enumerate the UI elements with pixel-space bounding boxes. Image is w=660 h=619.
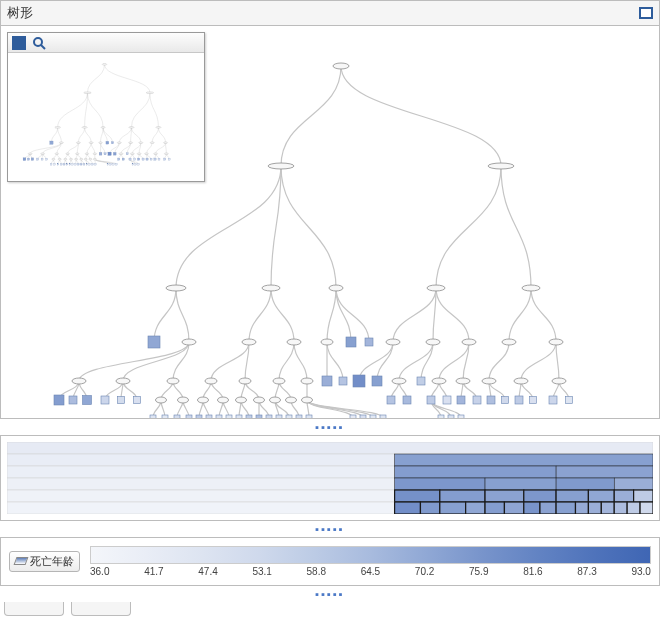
svg-point-4 bbox=[146, 92, 153, 94]
svg-rect-187 bbox=[556, 478, 614, 490]
svg-rect-56 bbox=[122, 158, 124, 160]
svg-rect-57 bbox=[129, 158, 131, 160]
svg-point-99 bbox=[182, 339, 196, 345]
svg-rect-71 bbox=[63, 163, 65, 165]
svg-rect-72 bbox=[66, 163, 68, 165]
overview-panel[interactable] bbox=[7, 32, 205, 182]
svg-point-95 bbox=[329, 285, 343, 291]
svg-rect-194 bbox=[556, 490, 588, 502]
svg-rect-184 bbox=[7, 478, 395, 490]
svg-rect-118 bbox=[339, 377, 347, 385]
svg-point-109 bbox=[549, 339, 563, 345]
svg-point-50 bbox=[75, 158, 78, 160]
svg-point-115 bbox=[273, 378, 285, 384]
svg-rect-188 bbox=[614, 478, 653, 490]
svg-point-23 bbox=[41, 153, 45, 155]
svg-point-107 bbox=[462, 339, 476, 345]
bottom-tabs bbox=[0, 602, 660, 619]
svg-rect-203 bbox=[485, 502, 504, 514]
maximize-icon[interactable] bbox=[639, 7, 653, 19]
splitter-1[interactable]: ▪▪▪▪▪ bbox=[0, 419, 660, 435]
svg-rect-186 bbox=[485, 478, 556, 490]
svg-rect-179 bbox=[7, 454, 395, 466]
svg-rect-40 bbox=[23, 158, 26, 161]
svg-point-124 bbox=[456, 378, 470, 384]
svg-rect-169 bbox=[296, 415, 302, 419]
fit-window-icon[interactable] bbox=[12, 36, 26, 50]
splitter-2[interactable]: ▪▪▪▪▪ bbox=[0, 521, 660, 537]
svg-rect-174 bbox=[380, 415, 386, 419]
svg-rect-80 bbox=[89, 163, 91, 165]
svg-point-46 bbox=[52, 158, 55, 160]
svg-point-21 bbox=[164, 142, 168, 144]
svg-point-3 bbox=[84, 92, 91, 94]
svg-rect-86 bbox=[116, 163, 118, 165]
svg-rect-160 bbox=[206, 415, 212, 419]
svg-rect-195 bbox=[588, 490, 614, 502]
svg-point-8 bbox=[129, 127, 134, 129]
svg-rect-16 bbox=[111, 142, 113, 144]
svg-rect-75 bbox=[75, 163, 77, 165]
svg-point-5 bbox=[55, 127, 61, 129]
zoom-icon[interactable] bbox=[32, 36, 46, 50]
svg-point-94 bbox=[262, 285, 280, 291]
svg-rect-191 bbox=[440, 490, 485, 502]
overview-toolbar bbox=[8, 33, 204, 53]
svg-point-49 bbox=[69, 158, 72, 160]
svg-rect-120 bbox=[372, 376, 382, 386]
svg-point-48 bbox=[64, 158, 67, 160]
eraser-icon bbox=[14, 557, 29, 565]
svg-point-11 bbox=[59, 142, 63, 144]
svg-rect-34 bbox=[126, 153, 128, 155]
svg-rect-44 bbox=[41, 158, 43, 160]
tab-1[interactable] bbox=[4, 602, 64, 616]
svg-point-111 bbox=[116, 378, 130, 384]
svg-point-91 bbox=[268, 163, 294, 169]
tree-viewer[interactable] bbox=[0, 26, 660, 419]
svg-rect-133 bbox=[134, 397, 141, 404]
svg-rect-42 bbox=[31, 158, 34, 161]
tick: 41.7 bbox=[144, 566, 163, 577]
svg-rect-32 bbox=[113, 152, 116, 155]
svg-rect-149 bbox=[487, 396, 495, 404]
svg-line-1 bbox=[41, 45, 45, 49]
color-gradient[interactable] bbox=[90, 546, 651, 564]
svg-rect-172 bbox=[360, 415, 366, 419]
svg-point-39 bbox=[164, 153, 168, 155]
svg-rect-144 bbox=[403, 396, 411, 404]
colorbar: 36.041.747.453.158.864.570.275.981.687.3… bbox=[90, 546, 651, 577]
svg-point-51 bbox=[80, 158, 83, 160]
svg-point-13 bbox=[89, 142, 93, 144]
svg-rect-154 bbox=[566, 397, 573, 404]
legend-variable-button[interactable]: 死亡年龄 bbox=[9, 551, 80, 572]
svg-point-7 bbox=[101, 127, 105, 129]
svg-rect-157 bbox=[174, 415, 180, 419]
svg-rect-146 bbox=[443, 396, 451, 404]
svg-rect-148 bbox=[473, 396, 481, 404]
svg-point-27 bbox=[85, 153, 88, 155]
svg-point-52 bbox=[84, 158, 87, 160]
svg-rect-55 bbox=[118, 158, 120, 160]
svg-rect-129 bbox=[69, 396, 77, 404]
splitter-3[interactable]: ▪▪▪▪▪ bbox=[0, 586, 660, 602]
svg-rect-167 bbox=[276, 415, 282, 419]
svg-point-17 bbox=[117, 142, 121, 144]
tick: 36.0 bbox=[90, 566, 109, 577]
svg-rect-130 bbox=[83, 396, 92, 405]
icicle-chart[interactable] bbox=[0, 435, 660, 521]
svg-rect-166 bbox=[266, 415, 272, 419]
svg-rect-98 bbox=[148, 336, 160, 348]
svg-rect-60 bbox=[142, 158, 144, 160]
svg-rect-181 bbox=[7, 466, 395, 478]
svg-point-96 bbox=[427, 285, 445, 291]
svg-rect-61 bbox=[146, 158, 148, 160]
tab-2[interactable] bbox=[71, 602, 131, 616]
svg-point-36 bbox=[137, 153, 141, 155]
svg-rect-205 bbox=[524, 502, 540, 514]
svg-rect-208 bbox=[575, 502, 588, 514]
svg-point-123 bbox=[432, 378, 446, 384]
svg-rect-10 bbox=[50, 141, 53, 144]
legend: 死亡年龄 36.041.747.453.158.864.570.275.981.… bbox=[0, 537, 660, 586]
svg-rect-190 bbox=[395, 490, 440, 502]
svg-rect-62 bbox=[150, 158, 152, 160]
